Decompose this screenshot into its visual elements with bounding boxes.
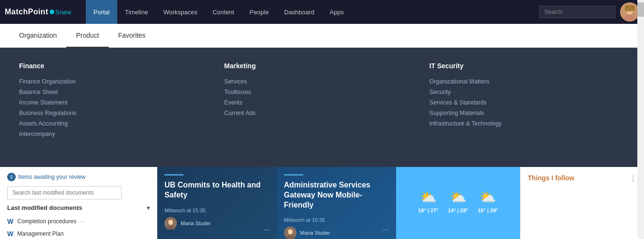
card-more-button-1[interactable]: ···: [383, 226, 389, 234]
card-more-button-0[interactable]: ···: [263, 226, 269, 234]
finance-item-0[interactable]: Finance Organization: [19, 76, 215, 87]
main-nav: Portal Timeline Workspaces Content Peopl…: [86, 0, 539, 24]
svg-rect-4: [625, 5, 634, 11]
chevron-down-icon[interactable]: ▾: [147, 205, 150, 211]
follow-more-button[interactable]: ⋮: [629, 174, 637, 183]
card-date-0: Mittwoch at 15:35: [157, 208, 277, 213]
weather-day-1: ⛅ 14° | 28°: [448, 189, 468, 213]
logo-text: MatchPoint: [5, 8, 48, 16]
doc-name-0: Completion procedures: [17, 218, 76, 225]
weather-row: ⛅ 16° | 27° ⛅ 14° | 28° ⛅ 16° | 29°: [418, 189, 498, 213]
nav-timeline[interactable]: Timeline: [117, 0, 156, 24]
marketing-section: Marketing Services Toolboxes Events Curr…: [224, 62, 419, 153]
nav-dashboard[interactable]: Dashboard: [276, 0, 322, 24]
finance-section-title: Finance: [19, 62, 215, 70]
weather-icon-2: ⛅: [480, 189, 496, 205]
marketing-item-2[interactable]: Events: [224, 97, 419, 108]
logo-dot-icon: [50, 10, 54, 14]
product-dropdown-menu: Finance Finance Organization Balance She…: [0, 48, 644, 167]
second-nav-bar: Organization Product Favorites: [0, 24, 644, 48]
nav-workspaces[interactable]: Workspaces: [156, 0, 205, 24]
scrollbar-track[interactable]: [637, 0, 644, 239]
user-avatar[interactable]: [620, 2, 639, 21]
top-nav-bar: MatchPoint Snøw Portal Timeline Workspac…: [0, 0, 644, 24]
card-accent-0: [164, 174, 184, 176]
itsecurity-item-0[interactable]: Organizational Matters: [429, 76, 625, 87]
weather-card: ⛅ 16° | 27° ⛅ 14° | 28° ⛅ 16° | 29°: [396, 167, 520, 239]
marketing-item-3[interactable]: Current Ads: [224, 108, 419, 118]
finance-item-2[interactable]: Income Statement: [19, 97, 215, 108]
finance-item-1[interactable]: Balance Sheet: [19, 87, 215, 97]
doc-item-1[interactable]: W Management Plan: [7, 228, 150, 239]
finance-section: Finance Finance Organization Balance She…: [19, 62, 215, 153]
things-i-follow-panel: ⋮ Things I follow: [520, 167, 644, 239]
finance-item-5[interactable]: Intercompany: [19, 129, 215, 139]
marketing-section-title: Marketing: [224, 62, 419, 70]
itsecurity-section-title: IT Security: [429, 62, 625, 70]
scrollbar-thumb[interactable]: [637, 2, 644, 17]
author-avatar-0: [164, 217, 177, 229]
weather-day-0: ⛅ 16° | 27°: [418, 189, 438, 213]
news-card-0[interactable]: UB Commits to Health and Safety Mittwoch…: [157, 167, 277, 239]
logo-area: MatchPoint Snøw: [5, 8, 81, 16]
card-accent-1: [284, 174, 303, 176]
itsecurity-item-3[interactable]: Supporting Materials: [429, 108, 625, 118]
card-title-1: Administrative Services Gateway Now Mobi…: [277, 180, 397, 210]
card-date-1: Mittwoch at 15:35: [277, 217, 397, 223]
last-modified-header: Last modified documents ▾: [7, 204, 150, 211]
card-title-0: UB Commits to Health and Safety: [157, 180, 277, 200]
news-card-1[interactable]: Administrative Services Gateway Now Mobi…: [277, 167, 397, 239]
second-nav-favorites[interactable]: Favorites: [109, 24, 155, 48]
author-avatar-1: [284, 227, 296, 239]
last-modified-label: Last modified documents: [7, 204, 82, 211]
left-panel: 0 Items awaiting your review Last modifi…: [0, 167, 157, 239]
weather-day-2: ⛅ 16° | 29°: [478, 189, 498, 213]
bottom-content-area: 0 Items awaiting your review Last modifi…: [0, 167, 644, 239]
author-name-0: Maria Studer: [181, 220, 211, 226]
search-docs-input[interactable]: [7, 186, 122, 199]
finance-item-4[interactable]: Assets Accounting: [19, 118, 215, 129]
review-count-badge: 0: [7, 173, 16, 181]
itsecurity-item-2[interactable]: Services & Standards: [429, 97, 625, 108]
follow-title: Things I follow: [528, 174, 637, 182]
nav-right-area: [539, 2, 639, 21]
author-name-1: Maria Studer: [300, 230, 330, 236]
logo-snow-text: Snøw: [55, 9, 71, 16]
svg-point-9: [288, 229, 293, 235]
marketing-item-1[interactable]: Toolboxes: [224, 87, 419, 97]
search-input[interactable]: [539, 6, 615, 18]
nav-content[interactable]: Content: [205, 0, 242, 24]
dropdown-arrow-icon: [62, 46, 73, 52]
word-doc-icon-1: W: [7, 230, 13, 238]
doc-item-0[interactable]: W Completion procedures ···: [7, 215, 150, 228]
itsecurity-section: IT Security Organizational Matters Secur…: [429, 62, 625, 153]
nav-apps[interactable]: Apps: [322, 0, 352, 24]
card-author-area-0: Maria Studer: [157, 217, 277, 229]
finance-item-3[interactable]: Business Regulations: [19, 108, 215, 118]
doc-more-button-0[interactable]: ···: [80, 218, 85, 225]
nav-portal[interactable]: Portal: [86, 0, 117, 24]
weather-temp-0: 16° | 27°: [418, 208, 438, 213]
svg-point-6: [168, 219, 173, 225]
cards-area: UB Commits to Health and Safety Mittwoch…: [157, 167, 644, 239]
weather-temp-2: 16° | 29°: [478, 208, 498, 213]
weather-temp-1: 14° | 28°: [448, 208, 468, 213]
nav-people[interactable]: People: [242, 0, 276, 24]
doc-name-1: Management Plan: [17, 230, 63, 237]
marketing-item-0[interactable]: Services: [224, 76, 419, 87]
weather-icon-1: ⛅: [450, 189, 467, 205]
itsecurity-item-4[interactable]: Infrastructure & Technology: [429, 118, 625, 129]
second-nav-organization[interactable]: Organization: [10, 24, 66, 48]
itsecurity-item-1[interactable]: Security: [429, 87, 625, 97]
review-items-row: 0 Items awaiting your review: [7, 173, 150, 181]
review-label: Items awaiting your review: [18, 174, 85, 180]
card-author-area-1: Maria Studer: [277, 227, 397, 239]
second-nav-product[interactable]: Product: [66, 24, 108, 48]
weather-icon-0: ⛅: [420, 189, 437, 205]
word-doc-icon-0: W: [7, 218, 13, 225]
avatar-image: [620, 2, 639, 21]
